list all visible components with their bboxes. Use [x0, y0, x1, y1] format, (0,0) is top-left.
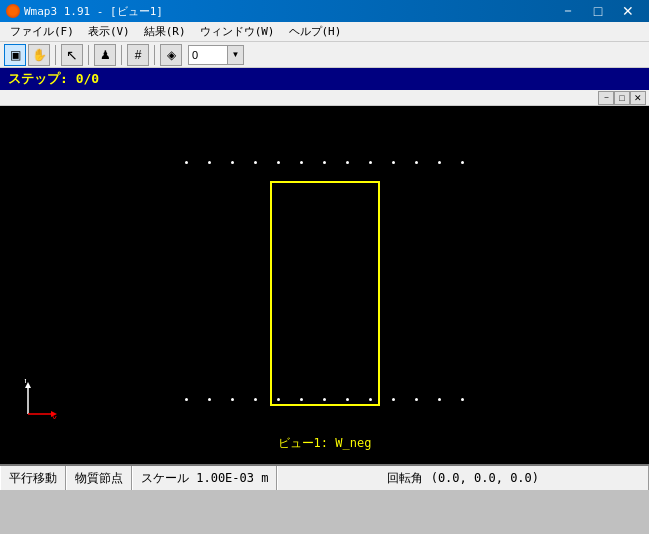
menu-bar: ファイル(F) 表示(V) 結果(R) ウィンドウ(W) ヘルプ(H)	[0, 22, 649, 42]
person-icon: ♟	[100, 48, 111, 62]
dot	[438, 398, 441, 401]
dot	[185, 398, 188, 401]
window-title: Wmap3 1.91 - [ビュー1]	[24, 4, 163, 19]
dot	[415, 161, 418, 164]
cursor-tool-button[interactable]: ↖	[61, 44, 83, 66]
menu-results[interactable]: 結果(R)	[138, 22, 192, 42]
maximize-button[interactable]: □	[583, 0, 613, 22]
toolbar-sep4	[154, 45, 155, 65]
menu-view[interactable]: 表示(V)	[82, 22, 136, 42]
status-rotation[interactable]: 回転角 (0.0, 0.0, 0.0)	[277, 466, 649, 490]
dot	[461, 398, 464, 401]
person-tool-button[interactable]: ♟	[94, 44, 116, 66]
viewport[interactable]: Y X ビュー1: W_neg	[0, 106, 649, 464]
toolbar-sep3	[121, 45, 122, 65]
yellow-rectangle	[270, 181, 380, 406]
mdi-restore-button[interactable]: □	[614, 91, 630, 105]
pointer-tool-button[interactable]: ◈	[160, 44, 182, 66]
title-bar: Wmap3 1.91 - [ビュー1] － □ ✕	[0, 0, 649, 22]
view-label: ビュー1: W_neg	[278, 435, 372, 452]
title-bar-left: Wmap3 1.91 - [ビュー1]	[6, 4, 163, 19]
pan-icon: ✋	[32, 48, 47, 62]
dot	[277, 161, 280, 164]
step-label: ステップ: 0/0	[8, 70, 99, 88]
pan-tool-button[interactable]: ✋	[28, 44, 50, 66]
select-tool-button[interactable]: ▣	[4, 44, 26, 66]
status-material-node[interactable]: 物質節点	[66, 466, 132, 490]
dot	[392, 398, 395, 401]
dot	[231, 398, 234, 401]
cursor-icon: ↖	[66, 47, 78, 63]
mdi-close-button[interactable]: ✕	[630, 91, 646, 105]
dot	[254, 398, 257, 401]
dot	[231, 161, 234, 164]
dot	[185, 161, 188, 164]
toolbar: ▣ ✋ ↖ ♟ # ◈ ▼	[0, 42, 649, 68]
minimize-button[interactable]: －	[553, 0, 583, 22]
dot	[346, 161, 349, 164]
dot	[346, 398, 349, 401]
axis-group: Y X	[18, 379, 58, 422]
mdi-minimize-button[interactable]: －	[598, 91, 614, 105]
title-bar-controls: － □ ✕	[553, 0, 643, 22]
dot	[369, 398, 372, 401]
dots-top-row	[0, 161, 649, 164]
app-window: Wmap3 1.91 - [ビュー1] － □ ✕ ファイル(F) 表示(V) …	[0, 0, 649, 534]
chevron-down-icon: ▼	[232, 50, 240, 59]
dot	[323, 161, 326, 164]
step-bar: ステップ: 0/0	[0, 68, 649, 90]
select-icon: ▣	[10, 48, 21, 62]
hash-icon: #	[135, 48, 142, 62]
pointer-icon: ◈	[167, 48, 176, 62]
dot	[392, 161, 395, 164]
dot	[254, 161, 257, 164]
app-icon	[6, 4, 20, 18]
status-translate[interactable]: 平行移動	[0, 466, 66, 490]
dot	[300, 161, 303, 164]
toolbar-sep1	[55, 45, 56, 65]
dot	[208, 161, 211, 164]
spinner-down-button[interactable]: ▼	[228, 45, 244, 65]
menu-help[interactable]: ヘルプ(H)	[283, 22, 348, 42]
spinner-group: ▼	[188, 45, 244, 65]
dots-bottom-row	[0, 398, 649, 401]
menu-file[interactable]: ファイル(F)	[4, 22, 80, 42]
svg-text:Y: Y	[23, 379, 28, 385]
dot	[323, 398, 326, 401]
axis-svg: Y X	[18, 379, 58, 419]
step-input[interactable]	[188, 45, 228, 65]
mdi-bar: － □ ✕	[0, 90, 649, 106]
svg-text:X: X	[52, 416, 57, 419]
status-scale[interactable]: スケール 1.00E-03 m	[132, 466, 277, 490]
hash-tool-button[interactable]: #	[127, 44, 149, 66]
dot	[369, 161, 372, 164]
dot	[415, 398, 418, 401]
toolbar-sep2	[88, 45, 89, 65]
dot	[277, 398, 280, 401]
dot	[438, 161, 441, 164]
dot	[300, 398, 303, 401]
status-bar: 平行移動 物質節点 スケール 1.00E-03 m 回転角 (0.0, 0.0,…	[0, 464, 649, 490]
dot	[461, 161, 464, 164]
close-button[interactable]: ✕	[613, 0, 643, 22]
menu-window[interactable]: ウィンドウ(W)	[194, 22, 281, 42]
dot	[208, 398, 211, 401]
